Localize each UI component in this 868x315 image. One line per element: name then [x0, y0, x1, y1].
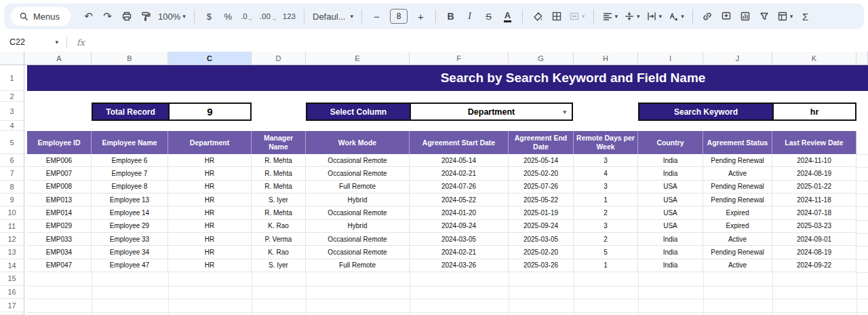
font-size-input[interactable]: 8: [390, 9, 408, 24]
bold-button[interactable]: B: [441, 7, 460, 25]
row-header-2[interactable]: 2: [0, 91, 24, 102]
table-cell[interactable]: 2025-09-24: [509, 220, 574, 233]
table-cell[interactable]: 1: [574, 193, 638, 206]
column-header-h[interactable]: H: [574, 52, 638, 64]
column-header-partial[interactable]: [856, 52, 868, 64]
table-cell[interactable]: 2024-09-01: [772, 233, 856, 246]
table-cell[interactable]: 2024-01-20: [410, 206, 509, 219]
column-header-a[interactable]: A: [27, 52, 92, 64]
column-header-d[interactable]: D: [252, 52, 306, 64]
table-cell[interactable]: S. Iyer: [252, 193, 306, 206]
increase-decimal-button[interactable]: .00 →: [257, 7, 279, 25]
table-cell[interactable]: 2025-02-20: [509, 246, 574, 259]
row-header-13[interactable]: 13: [0, 246, 24, 259]
table-header-cell[interactable]: Work Mode: [306, 131, 410, 154]
table-cell[interactable]: 3: [574, 181, 638, 193]
column-header-b[interactable]: B: [92, 52, 168, 64]
table-header-cell[interactable]: Agreement End Date: [509, 131, 574, 154]
table-cell[interactable]: 2024-08-19: [772, 246, 856, 259]
table-cell[interactable]: 2024-05-22: [410, 193, 509, 206]
table-cell[interactable]: USA: [638, 220, 703, 233]
table-cell[interactable]: EMP008: [27, 181, 92, 193]
row-header-5[interactable]: 5: [0, 131, 24, 154]
table-cell[interactable]: Active: [703, 233, 772, 246]
table-header-cell[interactable]: Department: [168, 131, 252, 154]
table-cell[interactable]: HR: [168, 220, 252, 233]
row-header-16[interactable]: 16: [0, 286, 24, 299]
table-cell[interactable]: 4: [574, 167, 638, 180]
table-cell[interactable]: India: [638, 246, 703, 259]
table-cell[interactable]: EMP013: [27, 193, 92, 206]
table-cell[interactable]: 2024-02-21: [410, 167, 509, 180]
table-cell[interactable]: 2025-03-23: [772, 220, 856, 233]
menus-button[interactable]: Menus: [11, 7, 71, 26]
table-cell[interactable]: 2024-07-18: [772, 206, 856, 219]
name-box[interactable]: C22 ▾: [0, 37, 65, 47]
table-cell[interactable]: HR: [168, 154, 252, 167]
table-header-cell[interactable]: Agreement Status: [703, 131, 772, 154]
decrease-decimal-button[interactable]: .0 ←: [238, 7, 256, 25]
redo-button[interactable]: ↷: [98, 7, 117, 25]
table-cell[interactable]: 2024-03-26: [410, 259, 509, 272]
table-cell[interactable]: Pending Renewal: [703, 181, 772, 193]
table-header-cell[interactable]: Remote Days per Week: [574, 131, 638, 154]
table-cell[interactable]: 2025-03-05: [509, 233, 574, 246]
table-cell[interactable]: 3: [574, 154, 638, 167]
table-cell[interactable]: EMP033: [27, 233, 92, 246]
table-cell[interactable]: Expired: [703, 206, 772, 219]
table-cell[interactable]: 1: [574, 259, 638, 272]
vertical-align-button[interactable]: ▾: [621, 7, 643, 25]
table-cell[interactable]: India: [638, 233, 703, 246]
table-cell[interactable]: 5: [574, 246, 638, 259]
table-cell[interactable]: Active: [703, 167, 772, 180]
row-header-12[interactable]: 12: [0, 233, 24, 246]
table-cell[interactable]: EMP006: [27, 154, 92, 167]
decrease-font-size-button[interactable]: −: [368, 7, 386, 25]
table-cell[interactable]: P. Verma: [252, 233, 306, 246]
table-cell[interactable]: HR: [168, 167, 252, 180]
text-wrap-button[interactable]: ▾: [644, 7, 665, 25]
row-header-4[interactable]: 4: [0, 121, 24, 131]
table-cell[interactable]: Employee 29: [92, 220, 168, 233]
table-cell[interactable]: 2: [574, 206, 638, 219]
select-column-dropdown[interactable]: Department ▾: [411, 104, 572, 119]
table-cell[interactable]: 2: [574, 233, 638, 246]
column-header-e[interactable]: E: [306, 52, 410, 64]
table-cell[interactable]: Employee 13: [92, 193, 168, 206]
table-cell[interactable]: HR: [168, 206, 252, 219]
table-cell[interactable]: Occasional Remote: [306, 233, 410, 246]
print-button[interactable]: [117, 7, 136, 25]
undo-button[interactable]: ↶: [79, 7, 98, 25]
table-cell[interactable]: Full Remote: [306, 181, 410, 193]
text-rotation-button[interactable]: ▾: [665, 7, 687, 25]
table-header-cell[interactable]: Agreement Start Date: [410, 131, 509, 154]
column-header-g[interactable]: G: [509, 52, 574, 64]
table-cell[interactable]: 2025-01-22: [772, 181, 856, 193]
row-header-11[interactable]: 11: [0, 220, 24, 233]
table-cell[interactable]: USA: [638, 181, 703, 193]
table-cell[interactable]: Employee 47: [92, 259, 168, 272]
table-header-cell[interactable]: Country: [638, 131, 703, 154]
row-header-partial[interactable]: [0, 312, 24, 315]
table-cell[interactable]: EMP034: [27, 246, 92, 259]
total-record-value-cell[interactable]: 9: [170, 104, 250, 119]
insert-chart-button[interactable]: [736, 7, 755, 25]
table-cell[interactable]: 2024-09-22: [772, 259, 856, 272]
table-cell[interactable]: Employee 33: [92, 233, 168, 246]
table-cell[interactable]: Pending Renewal: [703, 193, 772, 206]
table-cell[interactable]: HR: [168, 233, 252, 246]
table-cell[interactable]: 3: [574, 220, 638, 233]
column-header-f[interactable]: F: [410, 52, 509, 64]
row-header-8[interactable]: 8: [0, 181, 24, 193]
column-header-k[interactable]: K: [772, 52, 856, 64]
table-cell[interactable]: India: [638, 259, 703, 272]
table-cell[interactable]: HR: [168, 246, 252, 259]
table-cell[interactable]: 2025-03-26: [509, 259, 574, 272]
table-cell[interactable]: Employee 6: [92, 154, 168, 167]
zoom-select[interactable]: 100% ▾: [155, 7, 189, 25]
table-cell[interactable]: Employee 7: [92, 167, 168, 180]
horizontal-align-button[interactable]: ▾: [599, 7, 621, 25]
table-cell[interactable]: Occasional Remote: [306, 206, 410, 219]
table-cell[interactable]: 2024-11-18: [772, 193, 856, 206]
italic-button[interactable]: I: [460, 7, 479, 25]
